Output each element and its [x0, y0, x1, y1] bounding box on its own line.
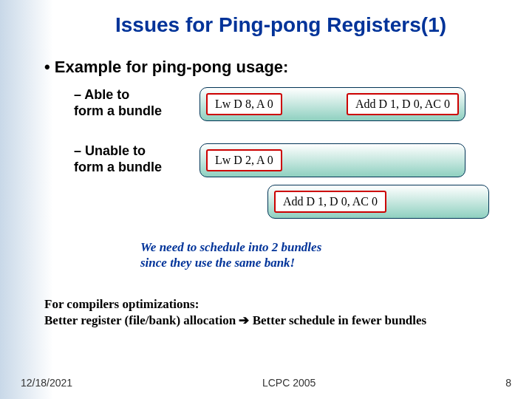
row-able: – Able to form a bundle Lw D 8, A 0 Add …	[74, 87, 517, 129]
footer-date: 12/18/2021	[21, 377, 72, 389]
note-line2: since they use the same bank!	[140, 256, 295, 270]
label-unable: – Unable to form a bundle	[74, 143, 200, 175]
label-unable-line1: – Unable to	[74, 143, 146, 158]
row-unable: – Unable to form a bundle Lw D 2, A 0 Ad…	[74, 143, 517, 226]
note-line1: We need to schedule into 2 bundles	[140, 240, 321, 254]
bundles-unable: Lw D 2, A 0 Add D 1, D 0, AC 0	[200, 143, 489, 226]
slide-title: Issues for Ping-pong Registers(1)	[44, 13, 517, 37]
footer-pagenum: 8	[505, 377, 511, 389]
footer-venue: LCPC 2005	[262, 377, 316, 389]
bundle-1: Lw D 8, A 0 Add D 1, D 0, AC 0	[200, 87, 466, 121]
instr-add-1: Add D 1, D 0, AC 0	[347, 93, 459, 115]
instr-lw-d2: Lw D 2, A 0	[206, 149, 282, 171]
instr-add-2: Add D 1, D 0, AC 0	[274, 191, 386, 213]
footer: 12/18/2021 LCPC 2005 8	[0, 377, 532, 389]
bundle-2a: Lw D 2, A 0	[200, 143, 466, 177]
compilers-line1: For compilers optimizations:	[44, 297, 199, 311]
bullet-example: Example for ping-pong usage:	[44, 58, 517, 77]
bundles-able: Lw D 8, A 0 Add D 1, D 0, AC 0	[200, 87, 466, 129]
label-able-line1: – Able to	[74, 87, 129, 102]
label-able: – Able to form a bundle	[74, 87, 200, 119]
label-unable-line2: form a bundle	[74, 160, 162, 174]
arrow-icon: ➔	[239, 313, 249, 327]
schedule-note: We need to schedule into 2 bundles since…	[140, 239, 517, 271]
compilers-line2b: Better schedule in fewer bundles	[249, 313, 426, 327]
slide: Issues for Ping-pong Registers(1) Exampl…	[0, 0, 532, 399]
instr-lw-d8: Lw D 8, A 0	[206, 93, 282, 115]
label-able-line2: form a bundle	[74, 103, 162, 118]
compilers-line2a: Better register (file/bank) allocation	[44, 313, 239, 327]
bundle-2b: Add D 1, D 0, AC 0	[267, 185, 489, 219]
compilers-note: For compilers optimizations: Better regi…	[44, 296, 517, 329]
